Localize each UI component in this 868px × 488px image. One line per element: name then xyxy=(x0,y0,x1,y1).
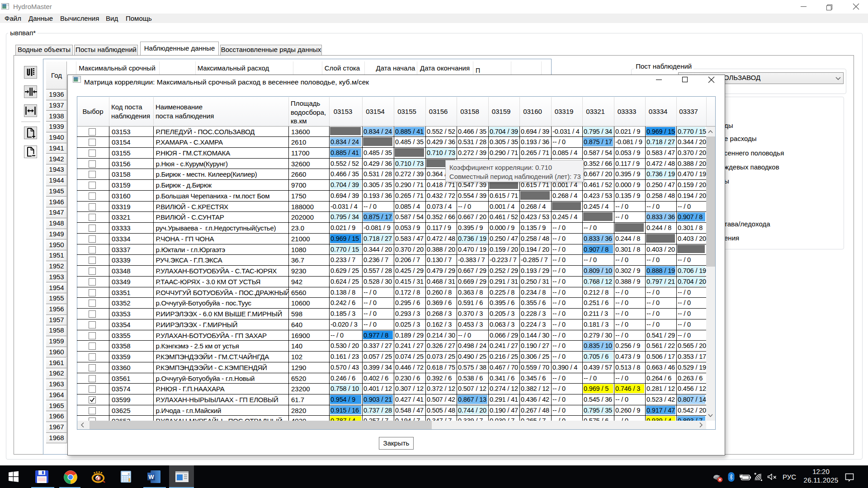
svg-text:W: W xyxy=(148,474,154,480)
